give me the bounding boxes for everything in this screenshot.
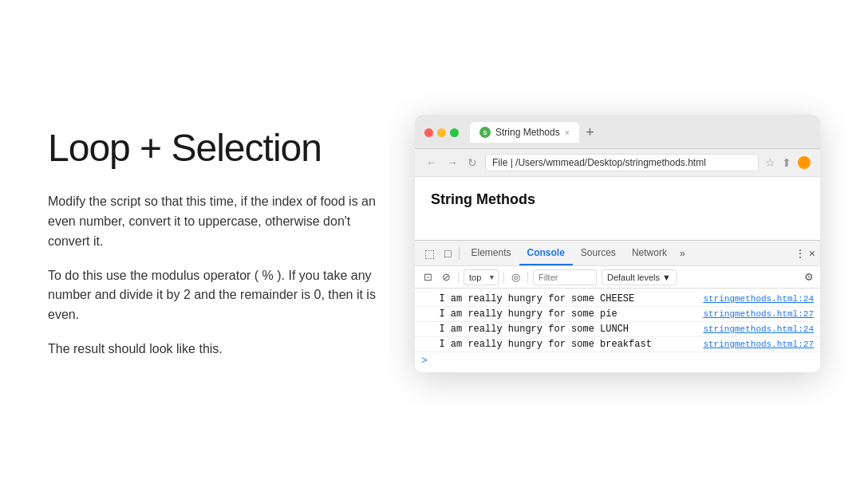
filter-input[interactable] [533,269,597,285]
console-line-2: I am really hungry for some pie stringme… [415,307,820,322]
paragraph-1: Modify the script so that this time, if … [48,192,383,251]
devtools-divider [459,247,460,260]
devtools-tab-network[interactable]: Network [624,241,675,265]
console-message-1: I am really hungry for some CHEESE [415,293,703,304]
console-line-4: I am really hungry for some breakfast st… [415,337,820,352]
devtools-tabs: ⬚ □ Elements Console Sources Network » [415,241,820,266]
traffic-lights [424,128,459,137]
console-message-3: I am really hungry for some LUNCH [415,324,703,335]
new-tab-button[interactable]: + [582,124,598,141]
context-select[interactable]: top [464,269,499,285]
console-line-1: I am really hungry for some CHEESE strin… [415,292,820,307]
devtools-actions: ⋮ × [795,247,815,260]
share-icon[interactable]: ⬆ [782,156,791,169]
toolbar-separator-3 [527,272,528,283]
devtools-tab-elements[interactable]: Elements [463,241,519,265]
tab-bar: S String Methods × + [470,122,811,143]
address-bar[interactable]: File | /Users/wmmead/Desktop/stringmetho… [485,154,759,171]
paragraph-3: The result should look like this. [48,340,383,359]
eye-icon[interactable]: ◎ [509,271,523,283]
default-levels-button[interactable]: Default levels ▼ [602,269,677,285]
page-heading: String Methods [431,191,804,208]
console-source-1[interactable]: stringmethods.html:24 [703,294,820,304]
console-clear-icon[interactable]: ⊡ [421,271,435,283]
console-source-4[interactable]: stringmethods.html:27 [703,340,820,349]
toolbar-separator-2 [503,272,504,283]
nav-reload-button[interactable]: ↻ [466,156,479,169]
traffic-light-green[interactable] [450,128,459,137]
address-actions: ☆ ⬆ [765,156,811,169]
tab-close-button[interactable]: × [565,128,570,137]
console-source-3[interactable]: stringmethods.html:24 [703,324,820,334]
nav-forward-button[interactable]: → [445,156,460,169]
devtools-tab-more[interactable]: » [675,248,690,259]
nav-back-button[interactable]: ← [424,156,439,169]
bookmark-icon[interactable]: ☆ [765,156,775,169]
browser-titlebar: S String Methods × + [415,115,820,149]
devtools-inspector-icon[interactable]: □ [440,241,456,265]
console-message-2: I am really hungry for some pie [415,308,703,320]
devtools-tab-console[interactable]: Console [519,241,573,265]
slide-body: Modify the script so that this time, if … [48,192,383,359]
devtools-more-button[interactable]: ⋮ [795,247,806,260]
console-stop-icon[interactable]: ⊘ [440,271,453,283]
paragraph-2: To do this use the modulus operator ( % … [48,266,383,325]
page-content: String Methods [415,177,820,240]
devtools-close-button[interactable]: × [809,247,815,260]
tab-label: String Methods [495,127,560,138]
devtools-panel: ⬚ □ Elements Console Sources Network » [415,240,820,372]
devtools-tab-sources[interactable]: Sources [573,241,624,265]
browser-window: S String Methods × + ← → ↻ File | /Users… [415,115,820,372]
slide: Loop + Selection Modify the script so th… [0,0,868,487]
console-source-2[interactable]: stringmethods.html:27 [703,309,820,319]
browser-addressbar: ← → ↻ File | /Users/wmmead/Desktop/strin… [415,149,820,177]
console-line-3: I am really hungry for some LUNCH string… [415,322,820,337]
browser-tab-active[interactable]: S String Methods × [470,122,579,143]
devtools-toolbar: ⊡ ⊘ top ▼ ◎ Default levels ▼ ⚙ [415,266,820,289]
slide-title: Loop + Selection [48,128,383,170]
console-output: I am really hungry for some CHEESE strin… [415,289,820,372]
context-select-wrap: top ▼ [464,269,499,285]
console-message-4: I am really hungry for some breakfast [415,339,703,350]
traffic-light-red[interactable] [424,128,433,137]
tab-favicon: S [479,127,491,138]
extension-icon[interactable] [798,156,811,169]
traffic-light-yellow[interactable] [437,128,446,137]
devtools-cursor-icon[interactable]: ⬚ [420,241,440,265]
console-prompt[interactable]: > [415,352,820,369]
left-panel: Loop + Selection Modify the script so th… [48,128,383,359]
devtools-gear-icon[interactable]: ⚙ [804,271,814,283]
toolbar-separator-1 [458,272,459,283]
